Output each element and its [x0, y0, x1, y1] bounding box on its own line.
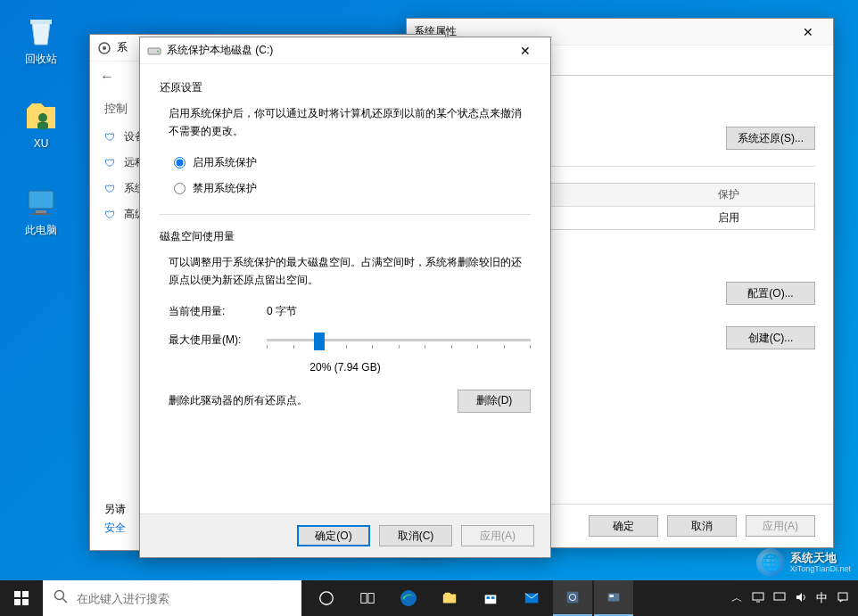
tray-volume-icon[interactable] — [795, 591, 807, 606]
svg-point-13 — [55, 591, 64, 600]
notifications-icon[interactable] — [837, 591, 849, 606]
close-button[interactable]: ✕ — [507, 38, 543, 63]
explorer-icon[interactable] — [430, 580, 469, 616]
sysprops-taskbar-icon[interactable] — [594, 580, 633, 616]
system-tray: ︿ 中 — [722, 590, 858, 606]
max-usage-slider[interactable] — [267, 332, 531, 349]
divider — [160, 214, 531, 215]
svg-rect-1 — [37, 122, 48, 129]
watermark-url: XiTongTianDi.net — [790, 564, 851, 574]
delete-button[interactable]: 删除(D) — [458, 390, 531, 413]
settings-taskbar-icon[interactable] — [553, 580, 592, 616]
tray-chevron-up-icon[interactable]: ︿ — [731, 590, 743, 606]
current-usage-label: 当前使用量: — [169, 304, 267, 319]
see-also-label: 另请 — [104, 502, 126, 517]
svg-rect-30 — [838, 593, 847, 600]
svg-rect-10 — [22, 591, 29, 597]
slider-thumb[interactable] — [314, 333, 325, 350]
drive-status: 启用 — [718, 210, 807, 226]
svg-rect-4 — [32, 213, 50, 215]
tray-monitor-icon[interactable] — [752, 591, 764, 606]
svg-rect-21 — [491, 596, 495, 599]
watermark: 🌐 系统天地 XiTongTianDi.net — [756, 548, 851, 577]
svg-rect-9 — [14, 591, 21, 597]
svg-point-8 — [157, 50, 159, 52]
desktop-icon-this-pc[interactable]: 此电脑 — [14, 184, 68, 238]
create-button[interactable]: 创建(C)... — [726, 326, 815, 349]
taskbar: ︿ 中 — [0, 580, 858, 616]
ok-button[interactable]: 确定 — [589, 515, 658, 537]
slider-value-text: 20% (7.94 GB) — [160, 361, 531, 374]
ime-indicator[interactable]: 中 — [816, 590, 828, 606]
watermark-title: 系统天地 — [790, 551, 851, 565]
svg-rect-23 — [567, 592, 579, 604]
mail-icon[interactable] — [512, 580, 551, 616]
desktop-icon-label: 回收站 — [14, 52, 68, 67]
svg-rect-2 — [29, 191, 54, 209]
edge-icon[interactable] — [389, 580, 428, 616]
protection-radio-group: 启用系统保护 禁用系统保护 — [160, 155, 531, 196]
shield-icon: 🛡 — [104, 209, 117, 221]
radio-input[interactable] — [174, 183, 186, 194]
desktop-icon-recycle-bin[interactable]: 回收站 — [14, 12, 68, 67]
start-button[interactable] — [0, 580, 43, 616]
gear-icon — [97, 41, 111, 55]
system-protection-dialog: 系统保护本地磁盘 (C:) ✕ 还原设置 启用系统保护后，你可以通过及时将计算机… — [139, 37, 551, 558]
section-disk-usage: 磁盘空间使用量 — [160, 229, 531, 244]
cortana-icon[interactable] — [307, 580, 346, 616]
radio-disable-protection[interactable]: 禁用系统保护 — [174, 181, 531, 196]
desktop-icon-label: XU — [14, 137, 68, 150]
cancel-button[interactable]: 取消 — [667, 515, 737, 537]
svg-rect-17 — [368, 594, 374, 604]
svg-rect-16 — [361, 594, 367, 604]
svg-point-15 — [320, 592, 333, 604]
tray-network-icon[interactable] — [773, 591, 786, 606]
apply-button: 应用(A) — [746, 515, 815, 537]
taskbar-search[interactable] — [43, 580, 301, 616]
dialog-button-row: 确定(O) 取消(C) 应用(A) — [140, 513, 550, 557]
slider-ticks — [267, 345, 531, 349]
restore-description: 启用系统保护后，你可以通过及时将计算机还原到以前的某个状态点来撤消不需要的更改。 — [160, 104, 531, 141]
close-button[interactable]: ✕ — [790, 20, 826, 45]
svg-point-0 — [38, 113, 47, 122]
dialog-title: 系统保护本地磁盘 (C:) — [167, 43, 507, 58]
shield-icon: 🛡 — [104, 131, 117, 144]
svg-rect-3 — [36, 210, 46, 213]
globe-icon: 🌐 — [756, 548, 785, 577]
apply-button: 应用(A) — [461, 525, 534, 546]
shield-icon: 🛡 — [104, 157, 117, 169]
back-button[interactable]: ← — [94, 69, 120, 85]
slider-track — [267, 339, 531, 341]
cancel-button[interactable]: 取消(C) — [379, 525, 452, 546]
search-input[interactable] — [77, 592, 291, 605]
computer-icon — [23, 184, 59, 219]
disk-description: 可以调整用于系统保护的最大磁盘空间。占满空间时，系统将删除较旧的还原点以便为新还… — [160, 253, 531, 290]
system-restore-button[interactable]: 系统还原(S)... — [726, 127, 815, 150]
section-restore-settings: 还原设置 — [160, 80, 531, 95]
shield-icon: 🛡 — [104, 183, 117, 195]
max-usage-label: 最大使用量(M): — [169, 333, 267, 348]
svg-rect-20 — [487, 596, 491, 599]
store-icon[interactable] — [471, 580, 510, 616]
configure-button[interactable]: 配置(O)... — [726, 282, 815, 305]
security-link[interactable]: 安全 — [104, 521, 126, 536]
drive-icon — [147, 44, 161, 58]
radio-input[interactable] — [174, 157, 186, 168]
svg-rect-29 — [774, 593, 785, 600]
svg-rect-27 — [753, 593, 763, 600]
svg-line-14 — [63, 599, 68, 604]
svg-rect-26 — [610, 595, 615, 597]
svg-point-6 — [103, 46, 106, 50]
desktop-icon-user-folder[interactable]: XU — [14, 98, 68, 150]
folder-icon — [23, 98, 59, 134]
ok-button[interactable]: 确定(O) — [297, 525, 370, 546]
titlebar[interactable]: 系统保护本地磁盘 (C:) ✕ — [140, 37, 550, 64]
task-view-icon[interactable] — [348, 580, 387, 616]
svg-rect-12 — [22, 599, 29, 605]
recycle-bin-icon — [23, 12, 59, 48]
radio-enable-protection[interactable]: 启用系统保护 — [174, 155, 531, 170]
delete-description: 删除此驱动器的所有还原点。 — [169, 393, 458, 408]
svg-rect-11 — [14, 599, 21, 605]
col-header-protection: 保护 — [718, 187, 807, 202]
desktop-icon-label: 此电脑 — [14, 223, 68, 238]
